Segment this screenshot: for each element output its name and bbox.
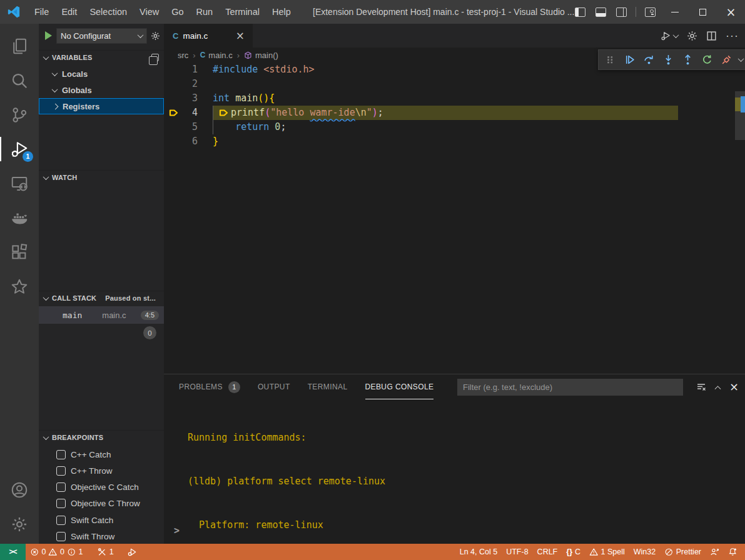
copy-icon[interactable] [151, 54, 159, 61]
menu-view[interactable]: View [133, 0, 165, 24]
activity-star[interactable] [0, 269, 39, 304]
activity-docker[interactable] [0, 201, 39, 235]
checkbox-icon[interactable] [56, 532, 66, 541]
activity-run-debug[interactable]: 1 [0, 132, 39, 166]
console-input-prompt[interactable]: > [174, 525, 180, 536]
callstack-section-header[interactable]: CALL STACK Paused on st... [39, 291, 164, 305]
window-title: [Extension Development Host] main.c - te… [313, 0, 574, 24]
breakpoints-section-header[interactable]: BREAKPOINTS [39, 430, 164, 444]
tab-close-icon[interactable]: × [234, 29, 246, 42]
breadcrumb-symbol[interactable]: main() [255, 51, 278, 60]
split-editor-icon[interactable] [706, 31, 717, 41]
cursor-position[interactable]: Ln 4, Col 5 [455, 544, 502, 560]
checkbox-icon[interactable] [56, 516, 66, 525]
debug-sidebar: No Configurat VARIABLES Locals Globals R… [39, 24, 164, 544]
platform-target[interactable]: Win32 [629, 544, 660, 560]
maximize-panel-icon[interactable] [714, 386, 721, 392]
watch-title: WATCH [52, 174, 78, 181]
breakpoint-objc-throw[interactable]: Objective C Throw [39, 495, 164, 511]
tab-output[interactable]: OUTPUT [258, 374, 290, 399]
warning-icon [48, 548, 58, 557]
maximize-button[interactable] [689, 0, 717, 24]
language-mode[interactable]: {} C [562, 544, 585, 560]
gear-icon[interactable] [687, 31, 697, 41]
breadcrumb-file[interactable]: main.c [208, 51, 232, 60]
status-bar: >< 0 0 1 1 Ln 4, Col 5 UTF-8 CRLF {} C [0, 544, 745, 560]
tab-terminal[interactable]: TERMINAL [308, 374, 348, 399]
formatter-status[interactable]: Prettier [660, 544, 706, 560]
breakpoint-hit-arrow-icon [218, 108, 229, 118]
breadcrumb-src[interactable]: src [178, 51, 188, 60]
chevron-down-icon [673, 32, 679, 38]
breakpoint-cpp-throw[interactable]: C++ Throw [39, 462, 164, 479]
problems-badge: 1 [228, 381, 240, 393]
bell-icon [728, 548, 737, 557]
notifications-button[interactable] [724, 544, 742, 560]
breakpoint-objc-catch[interactable]: Objective C Catch [39, 479, 164, 495]
watch-section-header[interactable]: WATCH [39, 170, 164, 184]
more-actions-icon[interactable]: ··· [726, 29, 739, 42]
toggle-panel-icon[interactable] [595, 8, 606, 17]
debug-session-status[interactable] [123, 544, 141, 560]
tools-status[interactable]: 1 [93, 544, 118, 560]
variables-section-header[interactable]: VARIABLES [39, 50, 164, 64]
editor-actions: ··· [661, 24, 739, 48]
variables-item-locals[interactable]: Locals [39, 66, 164, 82]
code-editor[interactable]: 1 #include <stdio.h> 2 3 int main(){ 4 p… [164, 62, 745, 374]
feedback-button[interactable] [706, 544, 724, 560]
menu-go[interactable]: Go [165, 0, 190, 24]
menu-file[interactable]: File [28, 0, 55, 24]
checkbox-icon[interactable] [56, 482, 66, 492]
checkbox-icon[interactable] [56, 466, 66, 476]
chevron-down-icon[interactable] [738, 56, 744, 62]
toggle-secondary-sidebar-icon[interactable] [616, 8, 627, 17]
activity-explorer[interactable] [0, 29, 39, 63]
overview-ruler[interactable] [735, 62, 745, 374]
menu-selection[interactable]: Selection [83, 0, 133, 24]
clear-console-icon[interactable] [696, 382, 706, 392]
vscode-logo-icon [7, 5, 21, 19]
menu-help[interactable]: Help [266, 0, 297, 24]
remote-indicator[interactable]: >< [0, 544, 26, 560]
callstack-frame-row[interactable]: main main.c 4:5 [39, 306, 164, 324]
tab-main-c[interactable]: C main.c × [164, 24, 253, 48]
ruler-current-line-marker [735, 98, 741, 111]
debug-config-dropdown[interactable]: No Configurat [56, 28, 147, 44]
breakpoint-swift-throw[interactable]: Swift Throw [39, 528, 164, 544]
activity-extensions[interactable] [0, 235, 39, 269]
customize-layout-icon[interactable] [645, 8, 656, 17]
braces-icon: {} [566, 548, 572, 556]
tab-problems[interactable]: PROBLEMS 1 [179, 374, 240, 399]
activity-remote-explorer[interactable] [0, 166, 39, 201]
activity-search[interactable] [0, 63, 39, 98]
eol-sequence[interactable]: CRLF [533, 544, 562, 560]
menu-edit[interactable]: Edit [55, 0, 83, 24]
encoding[interactable]: UTF-8 [502, 544, 532, 560]
paused-status: Paused on st... [105, 294, 156, 302]
gear-icon [11, 516, 28, 532]
activity-source-control[interactable] [0, 98, 39, 132]
toggle-sidebar-icon[interactable] [575, 8, 585, 17]
close-button[interactable]: × [717, 0, 745, 24]
problems-status[interactable]: 0 0 1 [26, 544, 87, 560]
breakpoint-swift-catch[interactable]: Swift Catch [39, 512, 164, 528]
minimize-button[interactable] [661, 0, 689, 24]
variables-item-globals[interactable]: Globals [39, 82, 164, 98]
spell-checker-status[interactable]: 1 Spell [585, 544, 629, 560]
breakpoint-cpp-catch[interactable]: C++ Catch [39, 446, 164, 462]
variables-item-registers[interactable]: Registers [39, 98, 164, 114]
menu-run[interactable]: Run [190, 0, 220, 24]
menu-terminal[interactable]: Terminal [219, 0, 266, 24]
checkbox-icon[interactable] [56, 450, 66, 459]
settings-button[interactable] [0, 507, 39, 541]
files-icon [10, 37, 29, 56]
checkbox-icon[interactable] [56, 499, 66, 508]
account-button[interactable] [0, 472, 39, 507]
start-debug-icon[interactable] [45, 31, 52, 40]
tab-debug-console[interactable]: DEBUG CONSOLE [365, 374, 434, 399]
feedback-icon [710, 548, 719, 557]
console-filter-input[interactable] [457, 379, 683, 396]
debug-settings-gear-icon[interactable] [151, 31, 160, 41]
close-panel-icon[interactable]: × [729, 381, 739, 392]
run-or-debug-button[interactable] [661, 31, 678, 41]
